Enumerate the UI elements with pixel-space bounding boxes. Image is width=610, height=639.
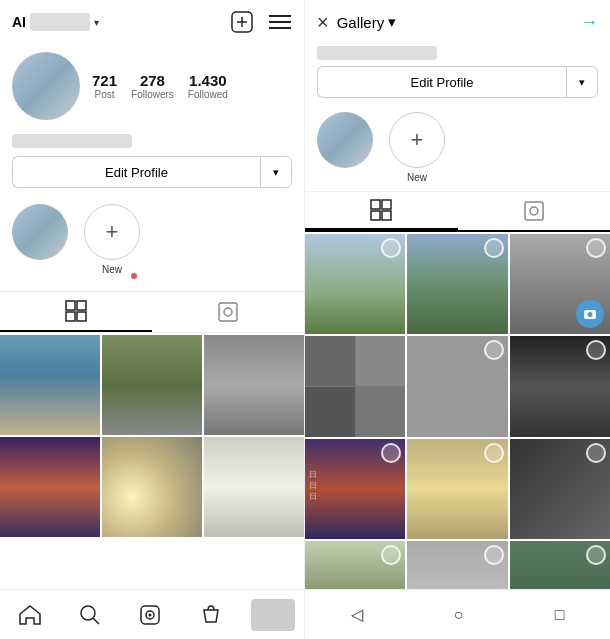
new-label-left: New	[102, 264, 122, 275]
gallery-cell-4[interactable]: 1	[305, 336, 405, 436]
photo-grid-left	[0, 333, 304, 539]
chevron-down-icon[interactable]: ▾	[94, 17, 99, 28]
select-circle-9[interactable]	[586, 443, 606, 463]
gallery-cell-6[interactable]	[510, 336, 610, 436]
next-arrow-button[interactable]: →	[580, 12, 598, 33]
tab-tagged-left[interactable]	[152, 292, 304, 332]
grid-photo-sky[interactable]	[0, 335, 100, 435]
stat-post-number: 721	[92, 72, 117, 89]
select-circle-1[interactable]	[381, 238, 401, 258]
chevron-right-icon: ▾	[579, 76, 585, 89]
nav-reels-button[interactable]	[130, 595, 170, 635]
account-name-text: AI	[12, 14, 26, 30]
bio-placeholder	[12, 134, 132, 148]
camera-fab-button[interactable]	[576, 300, 604, 328]
grid-photo-road[interactable]	[102, 335, 202, 435]
tab-tagged-right[interactable]	[458, 192, 611, 230]
edit-profile-button-right[interactable]: Edit Profile	[317, 66, 566, 98]
edit-profile-row-right: Edit Profile ▾	[317, 66, 598, 98]
edit-profile-chevron-left[interactable]: ▾	[260, 156, 292, 188]
gallery-cell-8[interactable]	[407, 439, 507, 539]
stat-followers: 278 Followers	[131, 72, 174, 100]
top-bar-icons	[230, 10, 292, 34]
top-bar-left: AI ▾	[0, 0, 304, 44]
svg-rect-21	[525, 202, 543, 220]
select-circle-8[interactable]	[484, 443, 504, 463]
gallery-cell-2[interactable]	[407, 234, 507, 334]
edit-profile-chevron-right[interactable]: ▾	[566, 66, 598, 98]
close-button[interactable]: ×	[317, 11, 329, 34]
svg-line-13	[93, 618, 99, 624]
profile-name-blurred	[317, 46, 437, 60]
svg-point-24	[588, 312, 593, 317]
stat-post-label: Post	[95, 89, 115, 100]
select-circle-10[interactable]	[381, 545, 401, 565]
plus-icon-right: +	[411, 129, 424, 151]
svg-rect-8	[66, 312, 75, 321]
highlight-item-right-1	[317, 112, 373, 168]
stat-post: 721 Post	[92, 72, 117, 100]
select-circle-5[interactable]	[484, 340, 504, 360]
nav-home-button[interactable]	[10, 595, 50, 635]
new-highlight-right[interactable]: + New	[389, 112, 445, 183]
stat-followers-label: Followers	[131, 89, 174, 100]
tab-grid-left[interactable]	[0, 292, 152, 332]
stat-followed: 1.430 Followed	[188, 72, 228, 100]
highlights-row-right: + New	[305, 106, 610, 189]
gallery-cell-5[interactable]	[407, 336, 507, 436]
tab-grid-right[interactable]	[305, 192, 458, 230]
new-label-right: New	[407, 172, 427, 183]
menu-button[interactable]	[268, 10, 292, 34]
add-post-button[interactable]	[230, 10, 254, 34]
svg-rect-6	[66, 301, 75, 310]
system-home-button[interactable]: ○	[440, 598, 478, 632]
select-circle-7[interactable]	[381, 443, 401, 463]
gallery-grid-right: 1 日日日	[305, 232, 610, 639]
gallery-cell-9[interactable]	[510, 439, 610, 539]
new-highlight-circle-right[interactable]: +	[389, 112, 445, 168]
svg-point-11	[224, 308, 232, 316]
select-circle-6[interactable]	[586, 340, 606, 360]
bottom-nav-right: ◁ ○ □	[305, 589, 610, 639]
grid-photo-light[interactable]	[102, 437, 202, 537]
grid-photo-cloth[interactable]	[204, 437, 304, 537]
svg-rect-18	[382, 200, 391, 209]
gallery-cell-3[interactable]	[510, 234, 610, 334]
svg-rect-19	[371, 211, 380, 220]
profile-stats: 721 Post 278 Followers 1.430 Followed	[92, 72, 228, 100]
gallery-selector[interactable]: Gallery ▾	[337, 13, 397, 31]
select-circle-3[interactable]	[586, 238, 606, 258]
highlight-notification-dot	[131, 273, 137, 279]
tabs-row-left	[0, 291, 304, 333]
system-back-button[interactable]: ◁	[337, 597, 377, 632]
svg-rect-10	[219, 303, 237, 321]
highlight-item-1	[12, 204, 68, 260]
nav-search-button[interactable]	[70, 595, 110, 635]
svg-rect-9	[77, 312, 86, 321]
svg-point-22	[530, 207, 538, 215]
gallery-cell-1[interactable]	[305, 234, 405, 334]
stat-followers-number: 278	[140, 72, 165, 89]
select-circle-2[interactable]	[484, 238, 504, 258]
gallery-cell-7[interactable]: 日日日	[305, 439, 405, 539]
bottom-nav-left	[0, 589, 305, 639]
account-selector[interactable]: AI ▾	[12, 13, 99, 31]
svg-rect-17	[371, 200, 380, 209]
svg-point-12	[81, 606, 95, 620]
new-highlight[interactable]: + New	[84, 204, 140, 279]
select-circle-12[interactable]	[586, 545, 606, 565]
highlights-row-left: + New	[0, 196, 304, 287]
new-highlight-circle[interactable]: +	[84, 204, 140, 260]
system-recents-button[interactable]: □	[541, 598, 579, 632]
select-circle-11[interactable]	[484, 545, 504, 565]
left-panel: AI ▾ 72	[0, 0, 305, 639]
nav-profile-active[interactable]	[251, 599, 295, 631]
edit-profile-button-left[interactable]: Edit Profile	[12, 156, 260, 188]
stat-followed-label: Followed	[188, 89, 228, 100]
grid-photo-building[interactable]	[204, 335, 304, 435]
svg-rect-20	[382, 211, 391, 220]
plus-icon: +	[106, 221, 119, 243]
svg-point-16	[149, 613, 152, 616]
grid-photo-sunset[interactable]	[0, 437, 100, 537]
nav-shop-button[interactable]	[191, 595, 231, 635]
